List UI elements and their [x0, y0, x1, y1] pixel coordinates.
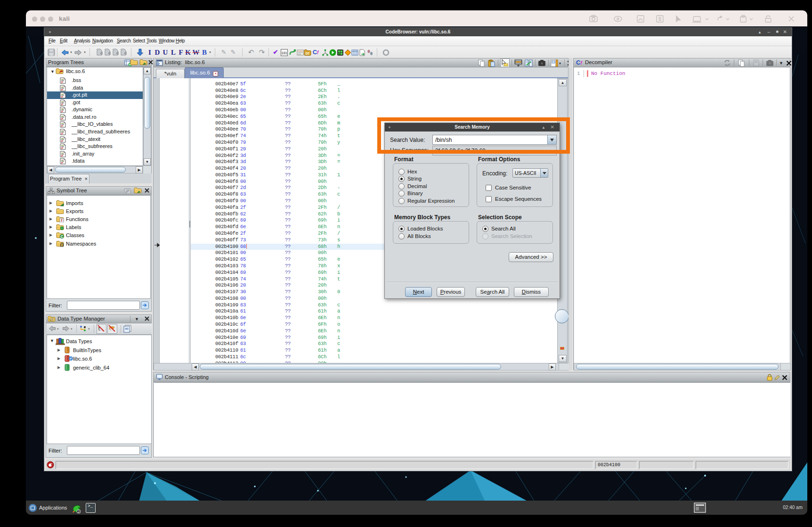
svg-text:C: C	[60, 234, 63, 239]
svg-text:101: 101	[281, 51, 287, 55]
svg-text:DT: DT	[50, 318, 54, 321]
svg-text:t.: t.	[97, 326, 104, 332]
svg-text:f: f	[61, 218, 63, 222]
svg-text:{}: {}	[60, 242, 64, 247]
svg-text:2: 2	[78, 510, 80, 513]
svg-text:DT: DT	[306, 51, 310, 55]
